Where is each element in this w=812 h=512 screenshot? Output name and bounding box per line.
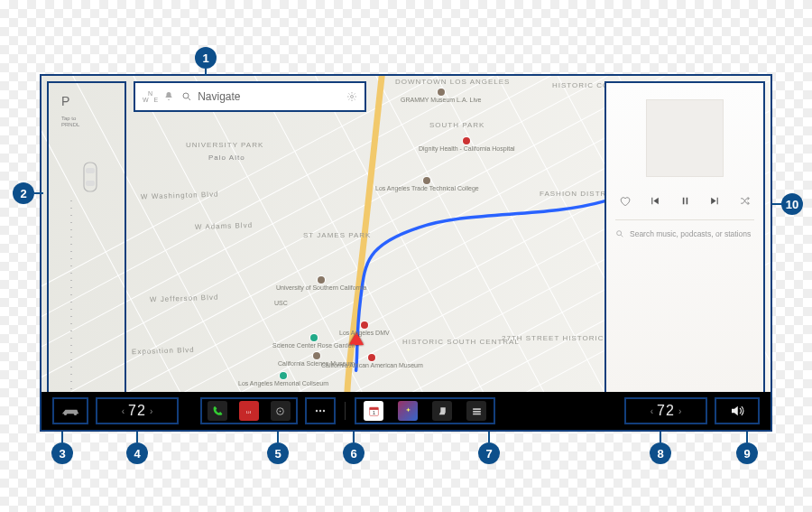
sparkle-icon	[402, 405, 414, 417]
search-icon	[615, 229, 624, 238]
chevron-left-icon[interactable]: ‹	[118, 406, 128, 416]
left-temp-control[interactable]: ‹ 72 ›	[96, 397, 179, 424]
svg-point-30	[617, 231, 622, 236]
map-label: UNIVERSITY PARK	[186, 141, 263, 149]
music-icon: ι♪ι	[243, 405, 254, 417]
svg-point-29	[351, 96, 354, 98]
svg-rect-24	[84, 163, 97, 191]
grid-icon	[471, 405, 483, 417]
pause-icon[interactable]	[679, 195, 691, 207]
poi: Los Angeles Trade Technical College	[375, 177, 479, 191]
next-track-icon[interactable]	[709, 195, 721, 207]
poi: Science Center Rose Garden	[272, 334, 355, 349]
nav-search-placeholder: Navigate	[198, 90, 346, 103]
callout-lead	[34, 192, 43, 194]
seat-button[interactable]	[432, 401, 452, 421]
search-icon	[181, 91, 192, 102]
calendar-button[interactable]: 1	[364, 401, 383, 421]
chevron-right-icon[interactable]: ›	[675, 406, 685, 416]
energy-button[interactable]	[271, 401, 291, 421]
svg-line-28	[189, 98, 191, 101]
callout-lead	[136, 432, 138, 442]
svg-rect-25	[86, 168, 95, 173]
poi: USC	[274, 300, 288, 306]
poi: Los Angeles Memorial Coliseum	[238, 372, 328, 386]
poi: Dignity Health - California Hospital	[419, 137, 515, 152]
phone-icon	[212, 405, 224, 417]
callout-lead	[277, 432, 279, 442]
svg-text:1: 1	[372, 409, 374, 414]
map-label: DOWNTOWN LOS ANGELES	[395, 78, 510, 86]
circle-icon	[274, 405, 286, 417]
svg-rect-42	[473, 410, 481, 412]
svg-line-15	[100, 76, 435, 392]
seat-icon	[437, 405, 448, 417]
speed-ticks	[70, 200, 72, 399]
svg-rect-41	[473, 408, 481, 410]
svg-point-35	[316, 410, 318, 412]
poi: University of Southern California	[276, 276, 366, 291]
dock-divider	[345, 402, 346, 420]
callout-lead	[660, 432, 661, 442]
svg-point-37	[323, 410, 325, 412]
divider	[615, 219, 754, 220]
bell-icon	[163, 91, 174, 102]
callout-8: 8	[650, 442, 671, 464]
bottom-dock: ‹ 72 › ι♪ι 1	[42, 392, 770, 430]
media-search[interactable]: Search music, podcasts, or stations	[615, 229, 754, 238]
svg-text:ι♪ι: ι♪ι	[247, 409, 252, 414]
callout-10: 10	[781, 193, 803, 215]
callout-4: 4	[126, 442, 148, 464]
favorite-icon[interactable]	[619, 195, 631, 207]
phone-button[interactable]	[208, 401, 227, 421]
right-temp-value: 72	[657, 403, 675, 419]
map-label: SOUTH PARK	[429, 121, 484, 129]
compass-icon: N W E	[143, 90, 158, 103]
left-temp-value: 72	[128, 403, 146, 419]
nav-search-bar[interactable]: N W E Navigate	[134, 81, 366, 112]
callout-lead	[746, 432, 748, 442]
map-label: Palo Alto	[208, 154, 245, 162]
svg-rect-43	[473, 413, 481, 414]
svg-point-27	[183, 93, 189, 98]
callout-9: 9	[736, 442, 758, 464]
svg-rect-26	[86, 181, 95, 186]
poi: GRAMMY Museum L.A. Live	[401, 88, 481, 103]
callout-lead	[205, 69, 207, 76]
calendar-icon: 1	[368, 405, 380, 417]
quick-apps-right: 1	[355, 397, 495, 424]
volume-button[interactable]	[715, 397, 760, 424]
chevron-right-icon[interactable]: ›	[146, 406, 156, 416]
svg-line-31	[621, 235, 623, 237]
car-top-icon	[81, 161, 99, 193]
more-icon	[313, 404, 328, 418]
tap-label: Tap to PRNDL	[61, 116, 79, 127]
app-launcher-button[interactable]	[305, 397, 336, 424]
touchscreen-frame: DOWNTOWN LOS ANGELES SOUTH PARK UNIVERSI…	[40, 74, 772, 432]
callout-lead	[488, 432, 490, 442]
svg-point-34	[280, 410, 281, 412]
media-search-placeholder: Search music, podcasts, or stations	[630, 229, 751, 238]
callout-7: 7	[478, 442, 500, 464]
svg-point-36	[319, 410, 321, 412]
media-panel[interactable]: Search music, podcasts, or stations	[604, 81, 765, 396]
all-apps-button[interactable]	[466, 401, 486, 421]
car-side-icon	[60, 406, 80, 416]
car-controls-button[interactable]	[52, 397, 88, 424]
gallery-button[interactable]	[398, 401, 418, 421]
gear-indicator: P	[61, 94, 69, 108]
volume-icon	[729, 403, 745, 419]
callout-5: 5	[267, 442, 289, 464]
quick-apps-left: ι♪ι	[200, 397, 298, 424]
callout-1: 1	[195, 47, 217, 69]
poi: Los Angeles DMV	[339, 321, 390, 336]
callout-6: 6	[343, 442, 364, 464]
gear-icon[interactable]	[346, 91, 357, 102]
right-temp-control[interactable]: ‹ 72 ›	[624, 397, 707, 424]
prev-track-icon[interactable]	[649, 195, 660, 207]
status-strip[interactable]: P Tap to PRNDL Regenerative Braking	[47, 81, 126, 414]
callout-3: 3	[51, 442, 73, 464]
shuffle-icon[interactable]	[739, 195, 751, 207]
chevron-left-icon[interactable]: ‹	[647, 406, 657, 416]
radio-button[interactable]: ι♪ι	[239, 401, 259, 421]
